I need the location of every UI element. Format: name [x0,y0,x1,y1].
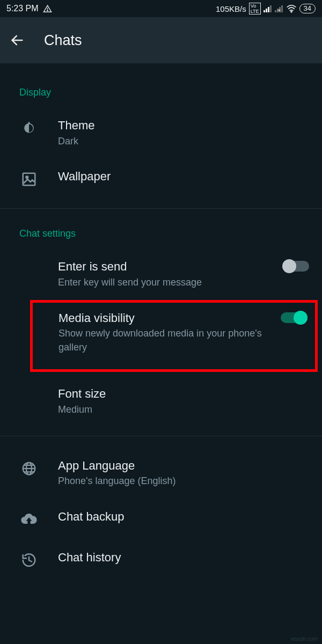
divider [0,208,322,209]
battery-icon: 34 [299,4,316,13]
wallpaper-title: Wallpaper [58,169,303,185]
signal-icon [264,5,272,12]
theme-title: Theme [58,118,303,134]
font-size-title: Font size [58,386,303,402]
font-size-value: Medium [58,403,303,416]
section-header-display: Display [0,80,322,109]
svg-text:✕: ✕ [277,8,281,12]
svg-rect-9 [281,5,283,12]
svg-point-0 [47,10,47,10]
svg-rect-5 [270,5,272,12]
svg-rect-2 [264,10,265,12]
enter-send-sub: Enter key will send your message [58,276,258,289]
history-icon [19,551,39,570]
svg-rect-4 [268,7,269,12]
signal-2-icon: ✕ [275,5,283,12]
status-time: 5:23 PM [6,4,39,13]
section-header-chat-settings: Chat settings [0,222,322,250]
app-lang-title: App Language [58,458,303,474]
enter-send-title: Enter is send [58,259,258,275]
svg-rect-13 [23,173,35,186]
row-media-visibility[interactable]: Media visibility Show newly downloaded m… [30,300,318,372]
history-title: Chat history [58,550,303,566]
row-enter-is-send[interactable]: Enter is send Enter key will send your m… [0,250,322,301]
svg-rect-6 [275,10,276,12]
settings-content: Display Theme Dark Wallpaper Chat settin… [0,63,322,582]
watermark: wsxdn.com [291,636,318,642]
row-app-language[interactable]: App Language Phone's language (English) [0,449,322,500]
row-theme[interactable]: Theme Dark [0,109,322,160]
backup-title: Chat backup [58,509,303,525]
theme-icon [19,119,39,138]
app-bar: Chats [0,17,322,63]
wallpaper-icon [19,170,39,189]
cloud-upload-icon [19,510,39,529]
media-vis-sub: Show newly downloaded media in your phon… [58,327,279,354]
status-bar: 5:23 PM 105KB/s VoLTE ✕ 34 [0,0,322,17]
wifi-icon [286,4,297,13]
svg-point-11 [291,11,292,12]
row-font-size[interactable]: Font size Medium [0,377,322,428]
warning-triangle-icon [43,4,52,13]
page-title: Chats [44,32,82,49]
app-lang-value: Phone's language (English) [58,474,303,488]
globe-icon [19,459,39,478]
media-vis-title: Media visibility [58,310,279,326]
row-chat-history[interactable]: Chat history [0,541,322,582]
theme-value: Dark [58,135,303,148]
row-chat-backup[interactable]: Chat backup [0,500,322,541]
media-vis-toggle[interactable] [281,312,306,323]
enter-send-toggle[interactable] [283,261,309,272]
back-icon[interactable] [10,33,25,48]
svg-point-14 [26,176,28,178]
divider [0,436,322,436]
volte-icon: VoLTE [249,3,261,14]
row-wallpaper[interactable]: Wallpaper [0,160,322,201]
svg-rect-3 [266,9,267,12]
net-speed: 105KB/s [216,4,246,13]
